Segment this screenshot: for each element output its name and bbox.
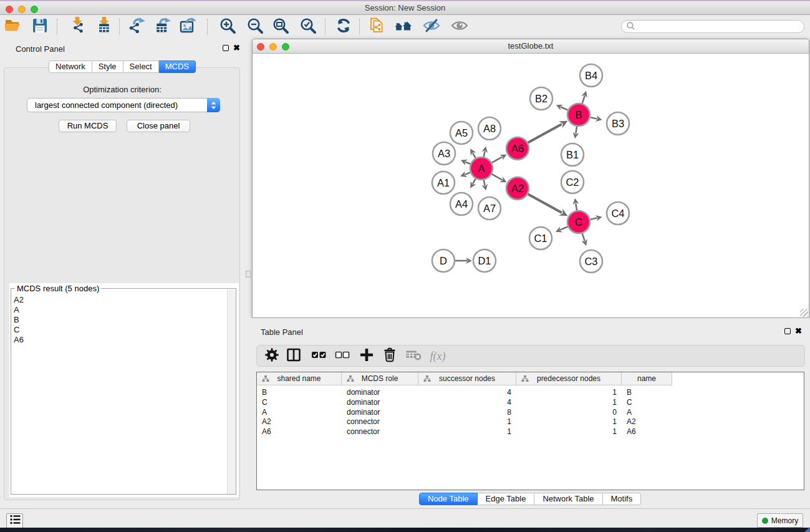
edge-C-C1[interactable]	[560, 226, 567, 230]
float-table-panel-icon[interactable]	[784, 328, 791, 334]
zoom-network-window-button[interactable]	[282, 43, 289, 51]
column-header-shared-name[interactable]: shared name	[257, 372, 342, 385]
edge-A-A5[interactable]	[473, 153, 476, 158]
import-table-button[interactable]	[94, 18, 111, 36]
result-scrollbar[interactable]	[227, 289, 236, 494]
table-cell: C	[622, 398, 672, 408]
minimize-window-button[interactable]	[18, 6, 26, 13]
control-tab-mcds[interactable]: MCDS	[159, 60, 196, 73]
plus-button[interactable]	[358, 347, 375, 365]
edge-A-A8[interactable]	[484, 151, 485, 157]
memory-label: Memory	[771, 516, 798, 525]
table-row[interactable]: Bdominator41B	[257, 388, 804, 398]
table-tab-motifs[interactable]: Motifs	[603, 493, 642, 505]
column-header-MCDS-role[interactable]: MCDS role	[342, 372, 418, 385]
gear-button[interactable]	[263, 347, 281, 365]
search-input[interactable]	[635, 22, 804, 31]
edge-B-B1[interactable]	[576, 127, 577, 134]
table-row[interactable]: A2connector11A2	[257, 417, 804, 427]
zoom-out-button[interactable]	[246, 18, 264, 36]
edge-C-C3[interactable]	[582, 233, 585, 241]
edge-A-A1[interactable]	[465, 173, 471, 175]
toolbar-separator	[57, 19, 57, 35]
column-header-successor-nodes[interactable]: successor nodes	[418, 372, 516, 385]
hide-eye-button[interactable]	[423, 18, 440, 36]
result-item[interactable]: A2	[14, 295, 225, 305]
network-window-titlebar[interactable]: testGlobe.txt	[253, 39, 809, 54]
close-window-button[interactable]	[6, 6, 13, 13]
table-row[interactable]: A6connector11A6	[257, 427, 804, 437]
close-table-panel-icon[interactable]: ✖	[795, 328, 802, 334]
export-image-button[interactable]	[179, 18, 196, 36]
export-network-button[interactable]	[128, 18, 145, 36]
result-item[interactable]: C	[14, 325, 225, 335]
float-panel-icon[interactable]	[223, 45, 229, 51]
result-item[interactable]: B	[14, 315, 225, 325]
unchecked-boxes-button[interactable]	[334, 347, 351, 365]
result-item[interactable]: A	[14, 305, 225, 315]
node-label: C	[575, 216, 582, 228]
show-eye-button[interactable]	[451, 18, 468, 36]
optimization-criterion-label: Optimization criterion:	[0, 85, 244, 94]
edge-A-A6[interactable]	[492, 157, 503, 163]
edge-A2-C[interactable]	[528, 194, 562, 213]
checked-boxes-button[interactable]	[310, 347, 327, 365]
table-tab-node-table[interactable]: Node Table	[419, 493, 478, 505]
node-label: A3	[438, 148, 450, 159]
close-panel-button[interactable]: Close panel	[127, 120, 190, 132]
save-icon	[31, 17, 49, 37]
edge-B-B3[interactable]	[591, 117, 597, 119]
zoom-fit-button[interactable]	[272, 18, 289, 36]
window-resize-grip[interactable]	[800, 309, 808, 317]
zoom-in-button[interactable]	[219, 18, 236, 36]
edge-A-A2[interactable]	[492, 174, 503, 180]
table-toolbar: f(x)	[256, 345, 805, 367]
edge-A-A3[interactable]	[465, 162, 470, 164]
control-tab-select[interactable]: Select	[123, 60, 159, 73]
control-tab-style[interactable]: Style	[92, 60, 123, 73]
edge-A-A7[interactable]	[484, 180, 485, 186]
column-header-predecessor-nodes[interactable]: predecessor nodes	[516, 372, 622, 385]
column-header-name[interactable]: name	[622, 372, 672, 385]
columns-button[interactable]	[285, 347, 302, 365]
open-button[interactable]	[4, 18, 21, 36]
control-tab-network[interactable]: Network	[49, 60, 92, 73]
import-network-button[interactable]	[67, 18, 84, 36]
edge-B-B2[interactable]	[561, 107, 567, 110]
toolbar-separator	[119, 19, 120, 35]
result-item[interactable]: A6	[14, 335, 225, 345]
close-panel-icon[interactable]: ✖	[233, 45, 240, 51]
run-mcds-button[interactable]: Run MCDS	[59, 120, 117, 132]
table-cell: A6	[257, 427, 342, 437]
task-history-button[interactable]	[6, 513, 23, 528]
edge-B-B4[interactable]	[582, 95, 585, 103]
duplicate-network-button[interactable]	[368, 18, 385, 36]
zoom-selected-button[interactable]	[299, 18, 317, 36]
table-cell: B	[622, 388, 672, 398]
table-cell: A	[622, 408, 672, 418]
trash-button[interactable]	[381, 347, 398, 365]
table-row[interactable]: Cdominator41C	[257, 398, 804, 408]
edge-C-C4[interactable]	[591, 218, 597, 220]
criterion-dropdown[interactable]: largest connected component (directed)	[27, 98, 220, 112]
close-network-window-button[interactable]	[257, 43, 264, 51]
refresh-button[interactable]	[335, 18, 352, 36]
edge-C-C2[interactable]	[576, 203, 577, 211]
network-canvas[interactable]: AA6A2BCA5A8A3A1A4A7B2B4B3B1C2C4C1C3DD1	[253, 54, 809, 317]
table-row[interactable]: Adominator80A	[257, 408, 804, 418]
table-cell: A2	[622, 417, 672, 427]
search-box[interactable]	[621, 20, 804, 33]
save-button[interactable]	[31, 18, 49, 36]
edge-A-A4[interactable]	[473, 179, 476, 184]
zoom-window-button[interactable]	[31, 6, 38, 13]
edge-A6-B[interactable]	[528, 124, 562, 143]
minimize-network-window-button[interactable]	[269, 43, 277, 51]
table-tab-edge-table[interactable]: Edge Table	[478, 493, 535, 505]
memory-button[interactable]: Memory	[757, 513, 803, 528]
export-table-button[interactable]	[153, 18, 171, 36]
node-label: D1	[478, 255, 491, 266]
home-button[interactable]	[395, 18, 412, 36]
table-tab-network-table[interactable]: Network Table	[534, 493, 602, 505]
mcds-result-list[interactable]: A2ABCA6	[14, 295, 225, 493]
table-cell: 1	[418, 417, 516, 427]
